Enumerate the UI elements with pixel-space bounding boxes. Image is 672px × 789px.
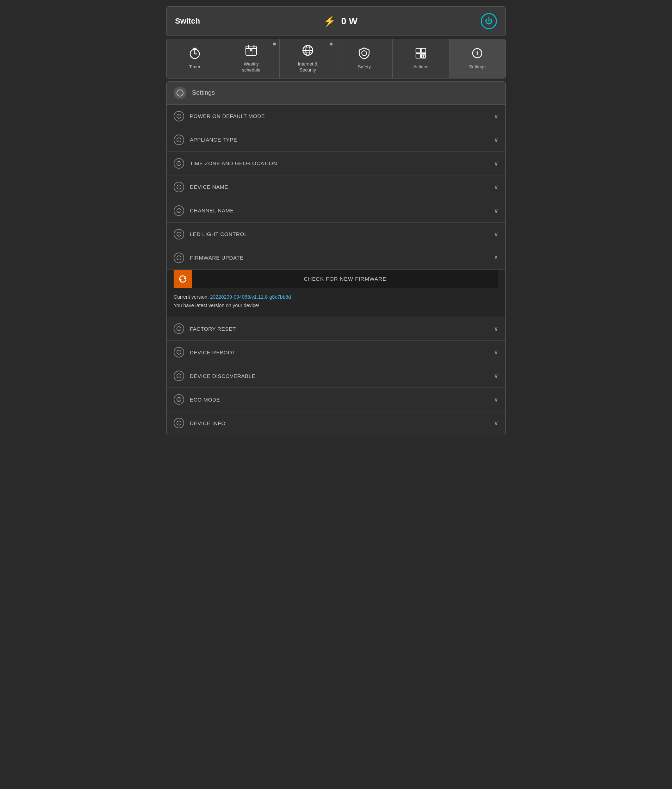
row-factory-reset[interactable]: i FACTORY RESET ∨ <box>167 317 505 340</box>
row-channel-label: CHANNEL NAME <box>190 208 494 214</box>
tab-internet-security[interactable]: Internet &Security <box>279 39 336 78</box>
svg-rect-19 <box>416 48 421 53</box>
firmware-latest-msg: You have latest version on your device! <box>174 303 259 308</box>
safety-icon <box>358 47 370 61</box>
row-device-reboot[interactable]: i DEVICE REBOOT ∨ <box>167 340 505 364</box>
row-timezone[interactable]: i TIME ZONE AND GEO-LOCATION ∨ <box>167 152 505 176</box>
svg-text:i: i <box>179 327 180 331</box>
firmware-version-value[interactable]: 20220209-094058/v1.11.8-g8c7bb8d <box>210 294 291 300</box>
firmware-refresh-icon <box>174 270 192 288</box>
settings-list: i POWER ON DEFAULT MODE ∨ i APPLIANCE TY… <box>167 105 505 435</box>
row-appliance-icon: i <box>174 134 184 145</box>
row-channel-name[interactable]: i CHANNEL NAME ∨ <box>167 199 505 223</box>
svg-text:i: i <box>179 139 180 142</box>
header-power-area: ⚡ 0 W <box>323 16 358 27</box>
row-timezone-icon: i <box>174 158 184 169</box>
row-led-icon: i <box>174 229 184 240</box>
svg-text:i: i <box>179 209 180 213</box>
row-firmware-update[interactable]: i FIRMWARE UPDATE ∨ <box>167 246 505 270</box>
actions-icon <box>415 47 427 61</box>
svg-text:i: i <box>179 233 180 236</box>
row-device-name-label: DEVICE NAME <box>190 184 494 190</box>
tab-bar: Timer Weeklyschedule <box>166 39 506 78</box>
row-discoverable-label: DEVICE DISCOVERABLE <box>190 373 494 379</box>
row-eco-icon: i <box>174 394 184 405</box>
row-firmware-label: FIRMWARE UPDATE <box>190 255 494 260</box>
tab-timer[interactable]: Timer <box>167 39 223 78</box>
svg-text:i: i <box>477 50 478 57</box>
row-reboot-chevron: ∨ <box>494 348 498 356</box>
row-led-chevron: ∨ <box>494 230 498 238</box>
svg-text:i: i <box>179 351 180 355</box>
svg-text:i: i <box>179 422 180 425</box>
row-factory-icon: i <box>174 323 184 334</box>
row-channel-chevron: ∨ <box>494 207 498 214</box>
check-firmware-button[interactable]: CHECK FOR NEW FIRMWARE <box>174 270 498 288</box>
row-power-on-default[interactable]: i POWER ON DEFAULT MODE ∨ <box>167 105 505 128</box>
row-timezone-label: TIME ZONE AND GEO-LOCATION <box>190 160 494 166</box>
tab-internet-label: Internet &Security <box>298 61 318 73</box>
tab-safety-label: Safety <box>358 64 371 70</box>
row-channel-icon: i <box>174 205 184 216</box>
tab-timer-label: Timer <box>189 64 200 70</box>
tab-settings[interactable]: i Settings <box>449 39 506 78</box>
device-title: Switch <box>175 16 200 26</box>
row-factory-label: FACTORY RESET <box>190 326 494 332</box>
svg-text:i: i <box>179 185 180 189</box>
tab-actions-label: Actions <box>413 64 428 70</box>
row-device-info[interactable]: i DEVICE INFO ∨ <box>167 411 505 434</box>
row-device-name[interactable]: i DEVICE NAME ∨ <box>167 176 505 199</box>
power-icon: ⏻ <box>485 16 493 26</box>
tab-weekly-dot <box>273 43 276 45</box>
check-firmware-label: CHECK FOR NEW FIRMWARE <box>192 270 498 287</box>
svg-text:i: i <box>179 162 180 166</box>
tab-weekly-schedule[interactable]: Weeklyschedule <box>223 39 280 78</box>
settings-panel: i Settings i POWER ON DEFAULT MODE ∨ i A… <box>166 81 506 435</box>
timer-icon <box>188 47 201 61</box>
row-power-chevron: ∨ <box>494 112 498 120</box>
svg-point-18 <box>362 51 367 56</box>
tab-settings-label: Settings <box>469 64 486 70</box>
svg-text:i: i <box>179 374 180 378</box>
internet-security-icon <box>302 44 314 59</box>
row-appliance-type[interactable]: i APPLIANCE TYPE ∨ <box>167 128 505 152</box>
row-device-info-label: DEVICE INFO <box>190 420 494 426</box>
row-led-light[interactable]: i LED LIGHT CONTROL ∨ <box>167 223 505 246</box>
row-reboot-icon: i <box>174 347 184 358</box>
row-power-label: POWER ON DEFAULT MODE <box>190 113 494 119</box>
power-button[interactable]: ⏻ <box>481 13 497 29</box>
row-device-info-chevron: ∨ <box>494 419 498 427</box>
row-device-name-icon: i <box>174 182 184 192</box>
weekly-schedule-icon <box>245 44 257 59</box>
row-discoverable-icon: i <box>174 371 184 381</box>
firmware-expanded-section: CHECK FOR NEW FIRMWARE Current version: … <box>167 270 505 317</box>
settings-icon: i <box>471 47 484 61</box>
tab-safety[interactable]: Safety <box>336 39 393 78</box>
row-eco-mode[interactable]: i ECO MODE ∨ <box>167 388 505 411</box>
row-discoverable-chevron: ∨ <box>494 372 498 380</box>
row-firmware-chevron: ∨ <box>494 254 498 262</box>
settings-panel-header: i Settings <box>167 82 505 105</box>
row-eco-label: ECO MODE <box>190 397 494 402</box>
firmware-version-label: Current version: <box>174 294 209 300</box>
header: Switch ⚡ 0 W ⏻ <box>166 6 506 36</box>
row-factory-chevron: ∨ <box>494 325 498 332</box>
svg-text:i: i <box>179 91 181 96</box>
svg-text:i: i <box>179 256 180 260</box>
power-watts: 0 W <box>341 16 358 27</box>
row-appliance-label: APPLIANCE TYPE <box>190 137 494 143</box>
row-device-discoverable[interactable]: i DEVICE DISCOVERABLE ∨ <box>167 364 505 388</box>
row-reboot-label: DEVICE REBOOT <box>190 350 494 355</box>
svg-rect-20 <box>421 48 426 53</box>
settings-panel-icon: i <box>174 87 186 99</box>
row-appliance-chevron: ∨ <box>494 136 498 144</box>
settings-panel-title: Settings <box>192 89 215 96</box>
svg-text:i: i <box>179 115 180 118</box>
row-device-info-icon: i <box>174 418 184 428</box>
row-device-name-chevron: ∨ <box>494 183 498 191</box>
tab-weekly-label: Weeklyschedule <box>242 61 260 73</box>
row-eco-chevron: ∨ <box>494 396 498 403</box>
tab-actions[interactable]: Actions <box>393 39 449 78</box>
svg-text:i: i <box>179 398 180 401</box>
row-timezone-chevron: ∨ <box>494 160 498 167</box>
